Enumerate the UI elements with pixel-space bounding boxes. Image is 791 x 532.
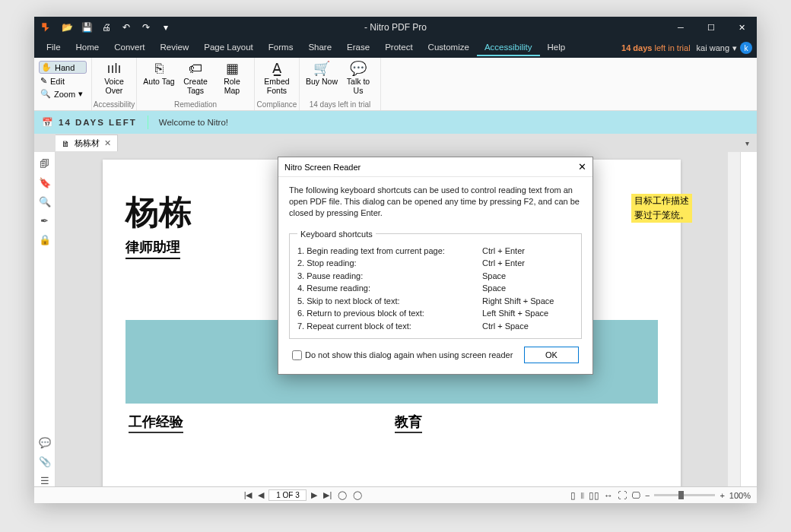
zoom-level: 100% xyxy=(729,491,751,500)
attachments-panel-icon[interactable]: 📎 xyxy=(39,456,51,467)
app-title: - Nitro PDF Pro xyxy=(364,22,427,33)
menu-forms[interactable]: Forms xyxy=(261,40,301,56)
auto-tag-button[interactable]: ⎘Auto Tag xyxy=(143,61,175,95)
search-panel-icon[interactable]: 🔍 xyxy=(39,196,51,207)
edit-tool[interactable]: ✎ Edit xyxy=(39,75,87,87)
shortcut-row: 2. Stop reading:Ctrl + Enter xyxy=(297,257,573,270)
continuous-icon[interactable]: ⫴ xyxy=(580,490,584,501)
menu-customize[interactable]: Customize xyxy=(421,40,477,56)
menu-help[interactable]: Help xyxy=(540,40,573,56)
menubar: FileHomeConvertReviewPage LayoutFormsSha… xyxy=(34,38,757,58)
zoom-tool[interactable]: 🔍 Zoom ▾ xyxy=(39,88,87,100)
shortcut-key: Ctrl + Enter xyxy=(482,257,573,270)
right-sidebar xyxy=(740,152,757,486)
document-tabstrip: 🗎 杨栋材 ✕ ▾ xyxy=(34,134,757,152)
section-heading-experience: 工作经验 xyxy=(129,413,183,433)
qat-dropdown-icon[interactable]: ▾ xyxy=(159,21,173,34)
auto-tag-icon: ⎘ xyxy=(155,61,164,78)
comments-panel-icon[interactable]: 💬 xyxy=(39,437,51,448)
prev-page-button[interactable]: ◀ xyxy=(256,490,265,500)
minimize-button[interactable]: ─ xyxy=(666,17,696,38)
avatar: k xyxy=(740,42,752,54)
section-heading-education: 教育 xyxy=(395,413,422,433)
close-tab-icon[interactable]: ✕ xyxy=(104,138,111,148)
zoom-out-button[interactable]: − xyxy=(645,491,650,500)
menu-protect[interactable]: Protect xyxy=(377,40,420,56)
days-left-badge: 📅 14 DAYS LEFT xyxy=(42,117,137,128)
role-map-button[interactable]: ▦Role Map xyxy=(216,61,248,95)
vertical-scrollbar[interactable] xyxy=(728,152,740,486)
dont-show-checkbox[interactable]: Do not show this dialog again when using… xyxy=(292,350,513,360)
highlight-annotation: 要过于笼统。 xyxy=(631,208,692,223)
zoom-slider[interactable] xyxy=(654,494,715,496)
dialog-close-icon[interactable]: ✕ xyxy=(578,161,586,173)
talk-to-us-button[interactable]: 💬Talk to Us xyxy=(342,61,374,95)
bookmarks-panel-icon[interactable]: 🔖 xyxy=(39,177,51,188)
welcome-text: Welcome to Nitro! xyxy=(159,118,228,127)
left-sidebar: 🗐 🔖 🔍 ✒ 🔒 💬 📎 ☰ xyxy=(34,152,56,486)
buy-now-button[interactable]: 🛒Buy Now xyxy=(306,61,338,95)
signatures-panel-icon[interactable]: ✒ xyxy=(40,215,49,226)
next-page-button[interactable]: ▶ xyxy=(310,490,319,500)
first-page-button[interactable]: |◀ xyxy=(243,490,254,500)
voice-over-button[interactable]: ıılıVoice Over xyxy=(98,61,130,95)
menu-page-layout[interactable]: Page Layout xyxy=(196,40,261,56)
menu-convert[interactable]: Convert xyxy=(106,40,152,56)
shortcut-label: 4. Resume reading: xyxy=(297,282,482,295)
shortcut-key: Ctrl + Enter xyxy=(482,245,573,258)
create-tags-button[interactable]: 🏷Create Tags xyxy=(179,61,211,95)
security-panel-icon[interactable]: 🔒 xyxy=(39,234,51,245)
shortcut-row: 6. Return to previous block of text:Left… xyxy=(297,307,573,320)
print-icon[interactable]: 🖨 xyxy=(100,21,113,34)
hand-tool[interactable]: ✋ Hand xyxy=(39,61,87,74)
layers-panel-icon[interactable]: ☰ xyxy=(40,475,49,486)
quick-access-toolbar: 📂 💾 🖨 ↶ ↷ ▾ xyxy=(60,21,173,34)
shortcut-row: 7. Repeat current block of text:Ctrl + S… xyxy=(297,320,573,333)
screen-reader-dialog: Nitro Screen Reader ✕ The following keyb… xyxy=(278,157,593,375)
last-page-button[interactable]: ▶| xyxy=(322,490,333,500)
save-icon[interactable]: 💾 xyxy=(80,21,94,34)
statusbar: |◀ ◀ ▶ ▶| ◯ ◯ ▯ ⫴ ▯▯ ↔ ⛶ 🖵 − + 100% xyxy=(34,486,757,503)
fit-page-icon[interactable]: ⛶ xyxy=(618,490,627,501)
open-icon[interactable]: 📂 xyxy=(60,21,74,34)
role-map-icon: ▦ xyxy=(226,61,239,78)
single-page-icon[interactable]: ▯ xyxy=(570,490,576,501)
shortcut-key: Ctrl + Space xyxy=(482,320,573,333)
menu-accessibility[interactable]: Accessibility xyxy=(477,40,540,56)
fullscreen-icon[interactable]: 🖵 xyxy=(631,490,640,501)
undo-icon[interactable]: ↶ xyxy=(119,21,133,34)
zoom-in-button[interactable]: + xyxy=(720,491,724,500)
pages-panel-icon[interactable]: 🗐 xyxy=(40,158,49,169)
user-menu[interactable]: kai wang ▾ k xyxy=(697,42,752,54)
ribbon-group-accessibility: Accessibility xyxy=(92,100,136,110)
shortcut-key: Right Shift + Space xyxy=(482,295,573,308)
back-nav-button[interactable]: ◯ xyxy=(336,490,348,500)
ribbon-view-tools: ✋ Hand ✎ Edit 🔍 Zoom ▾ xyxy=(34,58,92,110)
ribbon-group-trial: 14 days left in trial xyxy=(300,100,380,110)
shortcuts-legend: Keyboard shortcuts xyxy=(297,230,376,239)
facing-icon[interactable]: ▯▯ xyxy=(589,490,599,501)
forward-nav-button[interactable]: ◯ xyxy=(351,490,364,500)
menu-home[interactable]: Home xyxy=(68,40,107,56)
menu-review[interactable]: Review xyxy=(153,40,197,56)
document-tab[interactable]: 🗎 杨栋材 ✕ xyxy=(56,135,118,151)
ok-button[interactable]: OK xyxy=(524,347,579,363)
menu-share[interactable]: Share xyxy=(300,40,339,56)
shortcut-label: 3. Pause reading: xyxy=(297,270,482,283)
menu-file[interactable]: File xyxy=(39,40,68,56)
trial-banner: 📅 14 DAYS LEFT Welcome to Nitro! xyxy=(34,111,757,134)
dont-show-checkbox-input[interactable] xyxy=(292,350,302,360)
redo-icon[interactable]: ↷ xyxy=(139,21,153,34)
shortcut-label: 7. Repeat current block of text: xyxy=(297,320,482,333)
dialog-titlebar[interactable]: Nitro Screen Reader ✕ xyxy=(278,157,592,177)
menu-erase[interactable]: Erase xyxy=(339,40,377,56)
fit-width-icon[interactable]: ↔ xyxy=(604,490,613,501)
titlebar: 📂 💾 🖨 ↶ ↷ ▾ - Nitro PDF Pro ─ ☐ ✕ xyxy=(34,17,757,38)
tabstrip-overflow-icon[interactable]: ▾ xyxy=(745,139,749,147)
page-navigator: |◀ ◀ ▶ ▶| ◯ ◯ xyxy=(243,489,364,501)
maximize-button[interactable]: ☐ xyxy=(696,17,726,38)
shortcut-row: 4. Resume reading:Space xyxy=(297,282,573,295)
embed-fonts-button[interactable]: A̲Embed Fonts xyxy=(261,61,293,95)
page-input[interactable] xyxy=(268,489,307,501)
close-button[interactable]: ✕ xyxy=(726,17,757,38)
